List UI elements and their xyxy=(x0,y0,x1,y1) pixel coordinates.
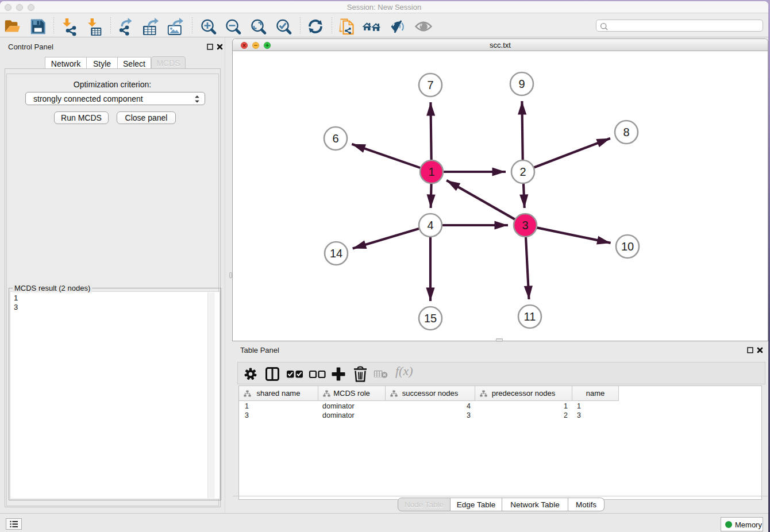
svg-text:7: 7 xyxy=(427,79,433,91)
svg-text:9: 9 xyxy=(518,78,525,90)
svg-text:2: 2 xyxy=(519,165,526,178)
svg-text:10: 10 xyxy=(621,240,634,253)
svg-text:14: 14 xyxy=(330,247,342,260)
svg-text:4: 4 xyxy=(427,219,433,232)
svg-text:3: 3 xyxy=(522,219,528,232)
svg-text:8: 8 xyxy=(623,126,629,138)
svg-text:15: 15 xyxy=(424,312,437,325)
svg-text:1: 1 xyxy=(428,165,434,178)
svg-text:6: 6 xyxy=(332,132,338,145)
svg-text:11: 11 xyxy=(524,310,536,323)
